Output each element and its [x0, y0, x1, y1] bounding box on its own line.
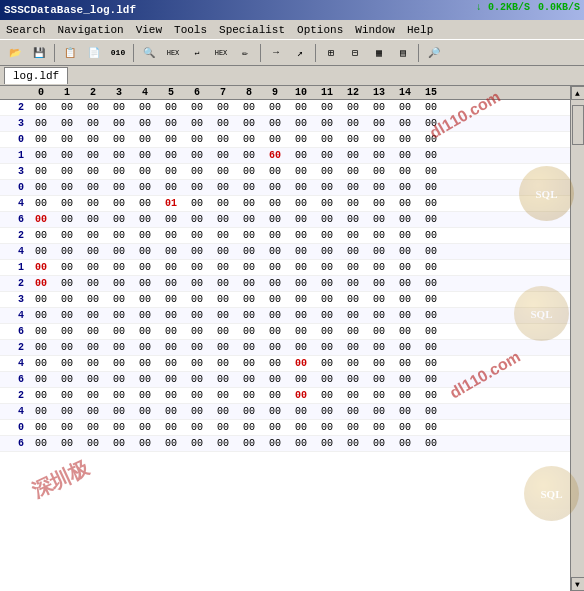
hex-cell-14-3[interactable]: 00 [106, 326, 132, 337]
hex-cell-5-0[interactable]: 00 [28, 182, 54, 193]
hex-cell-18-8[interactable]: 00 [236, 390, 262, 401]
hex-cell-16-2[interactable]: 00 [80, 358, 106, 369]
tb-view1[interactable]: ⊞ [320, 42, 342, 64]
hex-cell-0-6[interactable]: 00 [184, 102, 210, 113]
hex-cell-6-13[interactable]: 00 [366, 198, 392, 209]
tb-nav1[interactable]: → [265, 42, 287, 64]
hex-cell-9-1[interactable]: 00 [54, 246, 80, 257]
hex-cell-13-1[interactable]: 00 [54, 310, 80, 321]
hex-cell-8-3[interactable]: 00 [106, 230, 132, 241]
hex-cell-0-1[interactable]: 00 [54, 102, 80, 113]
hex-cell-18-10[interactable]: 00 [288, 390, 314, 401]
hex-cell-20-1[interactable]: 00 [54, 422, 80, 433]
hex-cell-2-2[interactable]: 00 [80, 134, 106, 145]
hex-cell-5-15[interactable]: 00 [418, 182, 444, 193]
hex-cell-15-7[interactable]: 00 [210, 342, 236, 353]
tb-open[interactable]: 📂 [4, 42, 26, 64]
hex-cell-19-6[interactable]: 00 [184, 406, 210, 417]
hex-cell-2-0[interactable]: 00 [28, 134, 54, 145]
hex-cell-11-3[interactable]: 00 [106, 278, 132, 289]
hex-cell-20-14[interactable]: 00 [392, 422, 418, 433]
hex-cell-6-6[interactable]: 00 [184, 198, 210, 209]
hex-cell-18-14[interactable]: 00 [392, 390, 418, 401]
hex-cell-11-11[interactable]: 00 [314, 278, 340, 289]
hex-cell-16-7[interactable]: 00 [210, 358, 236, 369]
hex-cell-6-7[interactable]: 00 [210, 198, 236, 209]
hex-cell-12-7[interactable]: 00 [210, 294, 236, 305]
hex-cell-21-8[interactable]: 00 [236, 438, 262, 449]
hex-cell-7-0[interactable]: 00 [28, 214, 54, 225]
hex-cell-8-10[interactable]: 00 [288, 230, 314, 241]
hex-cell-21-11[interactable]: 00 [314, 438, 340, 449]
hex-cell-7-7[interactable]: 00 [210, 214, 236, 225]
hex-cell-5-8[interactable]: 00 [236, 182, 262, 193]
hex-cell-7-9[interactable]: 00 [262, 214, 288, 225]
hex-cell-14-14[interactable]: 00 [392, 326, 418, 337]
hex-cell-8-11[interactable]: 00 [314, 230, 340, 241]
hex-cell-9-8[interactable]: 00 [236, 246, 262, 257]
hex-cell-19-4[interactable]: 00 [132, 406, 158, 417]
hex-cell-16-13[interactable]: 00 [366, 358, 392, 369]
hex-cell-13-3[interactable]: 00 [106, 310, 132, 321]
hex-cell-14-7[interactable]: 00 [210, 326, 236, 337]
hex-cell-7-1[interactable]: 00 [54, 214, 80, 225]
hex-cell-18-13[interactable]: 00 [366, 390, 392, 401]
tb-view4[interactable]: ▤ [392, 42, 414, 64]
hex-cell-19-14[interactable]: 00 [392, 406, 418, 417]
hex-cell-20-0[interactable]: 00 [28, 422, 54, 433]
hex-cell-15-12[interactable]: 00 [340, 342, 366, 353]
hex-cell-16-1[interactable]: 00 [54, 358, 80, 369]
hex-cell-20-13[interactable]: 00 [366, 422, 392, 433]
tb-zoom[interactable]: 🔎 [423, 42, 445, 64]
tb-search[interactable]: 🔍 [138, 42, 160, 64]
hex-cell-3-4[interactable]: 00 [132, 150, 158, 161]
hex-cell-18-3[interactable]: 00 [106, 390, 132, 401]
hex-cell-13-6[interactable]: 00 [184, 310, 210, 321]
hex-cell-4-15[interactable]: 00 [418, 166, 444, 177]
hex-cell-12-1[interactable]: 00 [54, 294, 80, 305]
tb-save[interactable]: 💾 [28, 42, 50, 64]
hex-cell-11-10[interactable]: 00 [288, 278, 314, 289]
hex-cell-11-8[interactable]: 00 [236, 278, 262, 289]
hex-cell-9-0[interactable]: 00 [28, 246, 54, 257]
hex-cell-8-14[interactable]: 00 [392, 230, 418, 241]
scroll-down[interactable]: ▼ [571, 577, 585, 591]
hex-cell-1-0[interactable]: 00 [28, 118, 54, 129]
hex-cell-1-1[interactable]: 00 [54, 118, 80, 129]
hex-cell-3-8[interactable]: 00 [236, 150, 262, 161]
hex-cell-7-4[interactable]: 00 [132, 214, 158, 225]
hex-cell-9-9[interactable]: 00 [262, 246, 288, 257]
hex-cell-15-2[interactable]: 00 [80, 342, 106, 353]
hex-cell-8-6[interactable]: 00 [184, 230, 210, 241]
hex-cell-15-1[interactable]: 00 [54, 342, 80, 353]
hex-cell-14-15[interactable]: 00 [418, 326, 444, 337]
hex-cell-1-11[interactable]: 00 [314, 118, 340, 129]
hex-cell-19-10[interactable]: 00 [288, 406, 314, 417]
hex-cell-5-13[interactable]: 00 [366, 182, 392, 193]
hex-cell-0-10[interactable]: 00 [288, 102, 314, 113]
tb-copy[interactable]: 📋 [59, 42, 81, 64]
hex-cell-5-4[interactable]: 00 [132, 182, 158, 193]
hex-cell-21-15[interactable]: 00 [418, 438, 444, 449]
hex-cell-3-10[interactable]: 00 [288, 150, 314, 161]
hex-cell-17-3[interactable]: 00 [106, 374, 132, 385]
hex-cell-12-3[interactable]: 00 [106, 294, 132, 305]
hex-cell-20-12[interactable]: 00 [340, 422, 366, 433]
hex-cell-2-8[interactable]: 00 [236, 134, 262, 145]
hex-cell-18-9[interactable]: 00 [262, 390, 288, 401]
hex-cell-1-13[interactable]: 00 [366, 118, 392, 129]
hex-cell-11-6[interactable]: 00 [184, 278, 210, 289]
hex-cell-19-2[interactable]: 00 [80, 406, 106, 417]
hex-cell-14-1[interactable]: 00 [54, 326, 80, 337]
hex-cell-12-15[interactable]: 00 [418, 294, 444, 305]
hex-cell-10-2[interactable]: 00 [80, 262, 106, 273]
hex-cell-0-14[interactable]: 00 [392, 102, 418, 113]
hex-cell-20-15[interactable]: 00 [418, 422, 444, 433]
hex-cell-3-15[interactable]: 00 [418, 150, 444, 161]
hex-cell-8-5[interactable]: 00 [158, 230, 184, 241]
hex-cell-2-7[interactable]: 00 [210, 134, 236, 145]
hex-cell-4-9[interactable]: 00 [262, 166, 288, 177]
hex-cell-14-12[interactable]: 00 [340, 326, 366, 337]
hex-cell-20-11[interactable]: 00 [314, 422, 340, 433]
tb-view2[interactable]: ⊟ [344, 42, 366, 64]
